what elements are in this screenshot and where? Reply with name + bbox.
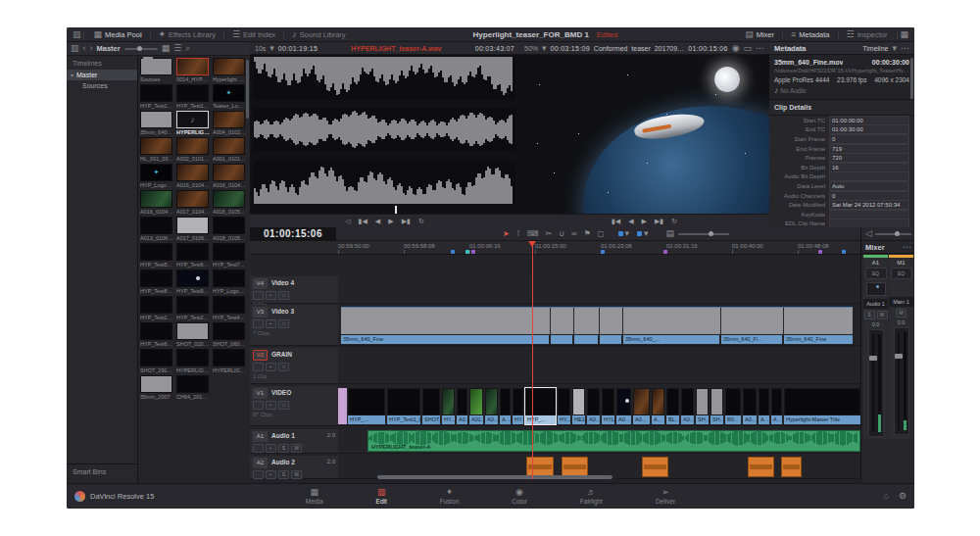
clip-name-bar[interactable]: 35mm_640_Fi... (721, 335, 782, 344)
media-pool-item[interactable]: 35mm_2007 (140, 375, 173, 400)
display-icon[interactable]: ▭ (743, 44, 752, 53)
media-pool-item[interactable]: HYPERLIGHT_OU... (213, 349, 246, 373)
track-enable-icon[interactable]: □ (278, 319, 289, 328)
video-clip[interactable]: HYP_... (525, 388, 556, 424)
project-settings-icon[interactable]: ⚙ (899, 492, 906, 501)
trim-edit-mode-icon[interactable]: ⊺ (516, 230, 520, 238)
track-enable-icon[interactable]: □ (278, 363, 289, 371)
list-view-icon[interactable]: ☰ (173, 44, 181, 53)
color-wheel-icon[interactable]: ◉ (732, 44, 740, 53)
metadata-field-value[interactable]: Auto (829, 181, 909, 191)
media-pool-item[interactable]: A016_01041954_... (176, 164, 210, 188)
panel-tab-effects-library[interactable]: ✦Effects Library (151, 27, 223, 41)
track-lane-v4[interactable] (338, 276, 860, 304)
linked-selection-toggle-icon[interactable]: ∞ (571, 230, 577, 238)
mute-button[interactable]: M (877, 311, 888, 319)
metadata-field-value[interactable]: Sat Mar 24 2012 07:50:34 (829, 200, 909, 210)
media-pool-item[interactable]: HYP_Logo08P_O... (213, 269, 246, 294)
play-reverse-icon[interactable]: ◀ (628, 218, 633, 224)
media-pool-item[interactable]: SHOT_291_0019... (140, 349, 173, 373)
fader-thumb[interactable] (895, 354, 903, 359)
track-mute-button[interactable]: M (291, 470, 302, 479)
video-clip[interactable]: A0... (457, 388, 467, 424)
strip-fader[interactable] (894, 327, 909, 435)
track-autoselect-icon[interactable]: ▪ (266, 444, 276, 453)
video-clip[interactable]: A0... (616, 388, 631, 424)
panel-tab-sound-library[interactable]: ♪Sound Library (284, 27, 353, 41)
playhead-marker[interactable] (528, 241, 536, 247)
timeline-ruler[interactable]: 00:59:50:0000:59:58:0801:00:06:1601:00:1… (250, 241, 860, 255)
position-lock-icon[interactable]: ◻ (598, 230, 605, 238)
metadata-field-value[interactable]: 01:00:30:00 (829, 124, 909, 134)
track-destination-v1[interactable]: V1 (253, 388, 268, 399)
panel-tab-metadata[interactable]: ≡Metadata (783, 27, 838, 41)
media-pool-item[interactable]: HYP_Test7_Outp... (213, 243, 246, 268)
video-clip[interactable]: SH... (710, 388, 723, 424)
timeline-horizontal-scrollbar[interactable] (377, 475, 612, 479)
media-pool-item[interactable]: A017_01042001_... (176, 190, 210, 215)
video-clip[interactable]: A0... (485, 388, 498, 424)
media-pool-item[interactable]: Teaser_Logos-blue (213, 84, 246, 109)
playhead-line[interactable] (532, 241, 533, 479)
media-pool-item[interactable]: 35mm_640_Fine (140, 111, 173, 135)
video-clip[interactable]: HY... (442, 388, 455, 424)
media-pool-item[interactable]: SHOT_020_0019... (176, 322, 210, 347)
clip-name-bar[interactable] (551, 335, 572, 344)
video-clip[interactable]: HE16... (572, 388, 585, 424)
panel-tab-media-pool[interactable]: ▦Media Pool (86, 27, 150, 41)
razor-edit-mode-icon[interactable]: ✂ (545, 230, 552, 238)
loop-icon[interactable]: ↻ (418, 218, 424, 224)
last-frame-icon[interactable]: ▶▮ (402, 218, 411, 224)
dynamic-trim-mode-icon[interactable]: ⌨ (527, 230, 539, 238)
clip-name-bar[interactable] (600, 335, 621, 344)
video-clip[interactable]: A... (500, 388, 511, 424)
gap-filler-clip[interactable] (338, 388, 347, 424)
mixer-options-icon[interactable]: ⋯ (903, 243, 911, 252)
track-destination-a1[interactable]: A1 (253, 431, 268, 442)
video-clip[interactable]: A... (771, 388, 782, 424)
video-clip[interactable]: Hyperlight-Master Title (784, 388, 860, 424)
media-pool-item[interactable]: HYP_Test6_Outp... (140, 322, 173, 347)
bin-back-icon[interactable]: ‹ (83, 44, 86, 53)
snapping-toggle-icon[interactable]: ∪ (559, 230, 564, 238)
track-destination-v4[interactable]: V4 (253, 278, 268, 289)
media-pool-item[interactable]: A016_01050005_... (213, 190, 246, 215)
source-clip-name[interactable]: HYPERLIGHT_teaser-A.wav (321, 45, 471, 52)
bin-item-sources[interactable]: Sources (67, 80, 137, 91)
source-waveform-display[interactable] (250, 55, 519, 214)
panel-toggle-icon[interactable]: ▥ (73, 30, 81, 39)
audio-clip-teaser[interactable]: HYPERLIGHT_teaser-A (368, 430, 860, 452)
chevron-down-icon[interactable]: ▾ (270, 44, 274, 53)
video-clip[interactable]: SHOT... (422, 388, 440, 424)
sound-effect-clip[interactable] (748, 457, 774, 477)
media-pool-item[interactable]: HYP_Test2_Outp... (176, 296, 210, 320)
tab-media[interactable]: ▦Media (296, 486, 333, 508)
media-pool-item[interactable]: HYPERLIGHT_OU... (176, 349, 210, 373)
metadata-scrollbar[interactable] (910, 58, 913, 99)
tab-edit[interactable]: ▥Edit (367, 486, 397, 508)
track-autoselect-icon[interactable]: ▪ (266, 401, 276, 410)
timeline-zoom-slider[interactable] (678, 233, 729, 235)
volume-slider[interactable] (875, 233, 911, 235)
strip-fader[interactable] (868, 329, 884, 437)
metadata-mode-dropdown[interactable]: Timeline (862, 45, 888, 52)
media-pool-item[interactable]: A001_01011805_... (213, 137, 246, 162)
media-pool-item[interactable]: A004_01020250_... (213, 111, 246, 135)
tab-fairlight[interactable]: ♬Fairlight (570, 486, 612, 508)
clip-name-bar[interactable] (574, 335, 598, 344)
metadata-field-value[interactable] (829, 171, 909, 181)
clip-view-icon[interactable]: ▥ (71, 44, 79, 53)
metadata-field-value[interactable]: 719 (829, 144, 909, 154)
media-pool-item[interactable]: A018_01050900_... (213, 217, 246, 241)
track-lock-icon[interactable] (253, 470, 264, 479)
panel-tab-inspector[interactable]: ☲Inspector (839, 27, 896, 41)
first-frame-icon[interactable]: ▮◀ (359, 218, 368, 224)
video-clip[interactable]: HY... (558, 388, 570, 424)
track-mute-button[interactable]: M (291, 444, 302, 453)
flag-clip-icon[interactable]: ⚑ (584, 230, 591, 238)
track-lock-icon[interactable] (253, 444, 264, 453)
metadata-options-icon[interactable]: ⋯ (901, 44, 909, 53)
metadata-field-value[interactable]: 720 (829, 153, 909, 163)
track-lane-a1[interactable]: HYPERLIGHT_teaser-A (338, 429, 860, 454)
mute-button[interactable]: M (896, 309, 906, 317)
